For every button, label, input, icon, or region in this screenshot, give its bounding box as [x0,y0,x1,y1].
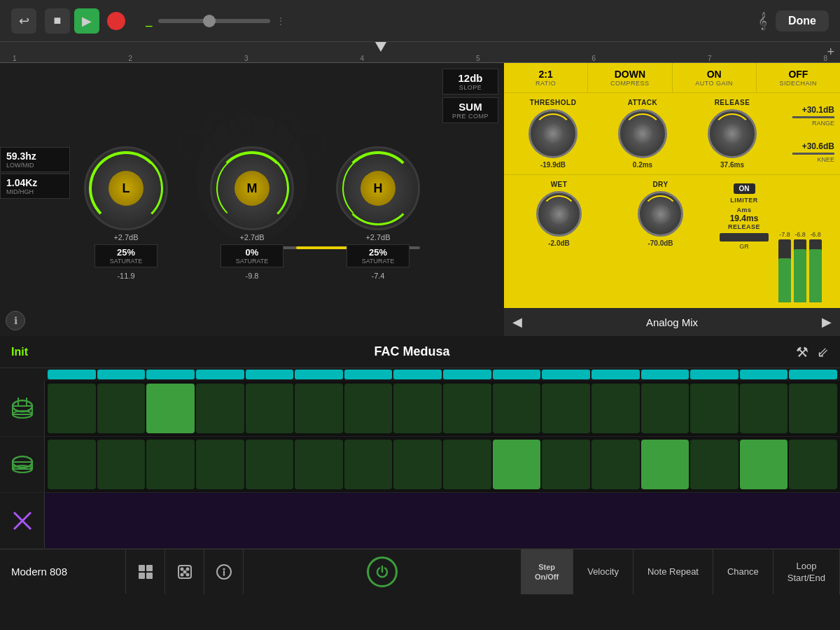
step-1-4[interactable] [196,384,244,433]
ruler-add-button[interactable]: + [827,45,834,59]
info-button[interactable]: ℹ [6,311,25,330]
wet-knob[interactable] [536,191,582,237]
limiter-on-button[interactable]: ON [734,183,755,194]
step-2-7[interactable] [344,440,393,489]
sum-box[interactable]: SUM PRE COMP [442,97,498,123]
metronome-icon: 𝄞 [758,12,767,30]
step-2-13[interactable] [641,440,690,489]
sum-value: SUM [450,101,491,113]
power-button[interactable] [244,550,521,594]
step-1-12[interactable] [592,384,640,433]
plugin-preset-name: Init [11,346,28,358]
next-preset-button[interactable]: ▶ [822,314,832,330]
expand-icon[interactable]: ⇙ [817,344,829,360]
step-2-15[interactable] [740,440,788,489]
step-1-13[interactable] [641,384,690,433]
prev-preset-button[interactable]: ◀ [512,314,522,330]
freq-high-box[interactable]: 1.04Kz MID/HGH [0,174,70,199]
release-knob[interactable] [708,109,757,158]
autogain-cell[interactable]: ON AUTO GAIN [673,63,757,92]
step-3-15[interactable] [740,496,788,545]
step-3-10[interactable] [493,496,541,545]
menu-icon: ⋮ [276,15,286,27]
step-1-11[interactable] [542,384,590,433]
step-1-10[interactable] [493,384,541,433]
step-1-8[interactable] [393,384,442,433]
step-3-4[interactable] [196,496,244,545]
sidechain-cell[interactable]: OFF SIDECHAIN [757,63,840,92]
step-1-16[interactable] [789,384,837,433]
back-button[interactable]: ↩ [11,8,36,34]
sequencer [0,368,840,549]
step-2-14[interactable] [690,440,738,489]
step-2-3[interactable] [146,440,195,489]
bottom-step-buttons: Step On/Off Velocity Note Repeat Chance … [521,550,840,594]
step-3-5[interactable] [246,496,294,545]
plugin-title: FAC Medusa [28,344,796,359]
step-1-3[interactable] [146,384,195,433]
knob-l[interactable]: L [84,146,168,230]
step-3-1[interactable] [48,496,96,545]
step-2-9[interactable] [443,440,491,489]
knob-h[interactable]: H [336,146,420,230]
step-3-9[interactable] [443,496,491,545]
power-circle[interactable] [367,556,398,587]
record-button[interactable] [104,8,129,34]
dice-icon-button[interactable] [165,550,204,594]
step-2-5[interactable] [246,440,294,489]
step-3-2[interactable] [97,496,146,545]
track-1-grid [45,381,840,436]
eq-settings-icon[interactable]: ⚒ [796,344,808,360]
note-repeat-button[interactable]: Note Repeat [634,550,713,594]
step-3-11[interactable] [542,496,590,545]
attack-knob[interactable] [618,109,667,158]
step-2-12[interactable] [592,440,640,489]
step-2-8[interactable] [393,440,442,489]
step-3-16[interactable] [789,496,837,545]
slope-box[interactable]: 12db SLOPE [442,69,498,94]
step-1-14[interactable] [690,384,738,433]
step-3-3[interactable] [146,496,195,545]
velocity-button[interactable]: Velocity [573,550,634,594]
track-2-grid [45,437,840,492]
step-1-6[interactable] [295,384,343,433]
ratio-cell[interactable]: 2:1 RATIO [504,63,588,92]
step-2-4[interactable] [196,440,244,489]
step-2-11[interactable] [542,440,590,489]
stop-button[interactable]: ■ [45,8,70,34]
knob-m[interactable]: M [210,146,294,230]
step-1-7[interactable] [344,384,393,433]
knob-l-bottom: -11.9 [117,272,134,280]
chance-button[interactable]: Chance [713,550,774,594]
step-3-7[interactable] [344,496,393,545]
threshold-knob[interactable] [528,109,578,158]
step-1-9[interactable] [443,384,491,433]
loop-start-end-button[interactable]: Loop Start/End [774,550,840,594]
volume-slider[interactable] [158,19,270,23]
step-3-13[interactable] [641,496,690,545]
step-2-16[interactable] [789,440,837,489]
step-3-14[interactable] [690,496,738,545]
step-3-12[interactable] [592,496,640,545]
done-button[interactable]: Done [776,10,829,31]
step-3-6[interactable] [295,496,343,545]
step-2-1[interactable] [48,440,96,489]
step-3-8[interactable] [393,496,442,545]
step-1-15[interactable] [740,384,788,433]
freq-low-box[interactable]: 59.3hz LOW/MID [0,147,70,172]
ruler-mark-3: 3 [244,55,248,62]
compress-cell[interactable]: DOWN COMPRESS [588,63,672,92]
info-icon-button[interactable] [204,550,244,594]
step-2-10[interactable] [493,440,541,489]
autogain-value: ON [676,69,753,80]
step-1-2[interactable] [97,384,146,433]
dry-knob[interactable] [638,191,683,237]
step-2-6[interactable] [295,440,343,489]
step-1-5[interactable] [246,384,294,433]
grid-icon-button[interactable] [126,550,165,594]
play-button[interactable]: ▶ [74,8,99,34]
svg-point-19 [181,568,183,570]
step-on-off-button[interactable]: Step On/Off [521,550,573,594]
step-1-1[interactable] [48,384,96,433]
step-2-2[interactable] [97,440,146,489]
